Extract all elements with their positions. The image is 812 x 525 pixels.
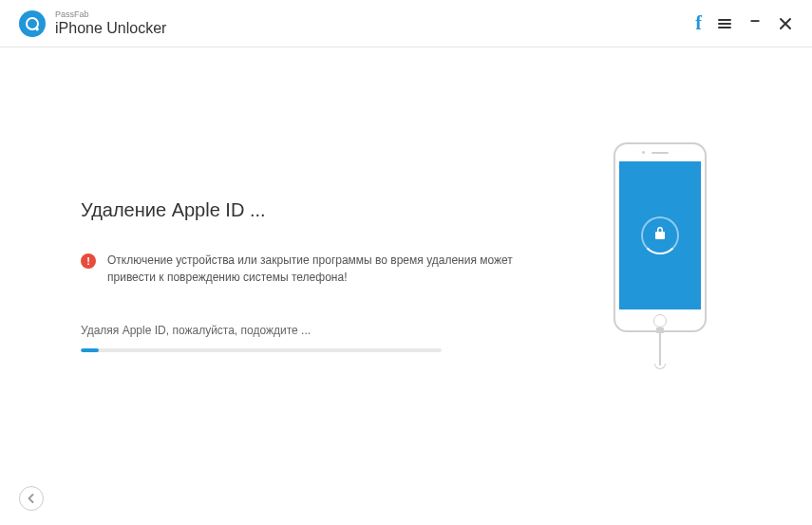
progress-label: Удаляя Apple ID, пожалуйста, подождите .…	[81, 324, 527, 337]
close-icon[interactable]	[778, 16, 793, 31]
lock-icon	[652, 226, 668, 245]
device-illustration	[565, 104, 755, 366]
cable-icon	[659, 332, 661, 366]
page-title: Удаление Apple ID ...	[81, 199, 527, 221]
warning-row: ! Отключение устройства или закрытие про…	[81, 252, 527, 286]
facebook-icon[interactable]: f	[695, 12, 702, 34]
spinner-circle	[641, 216, 679, 254]
warning-icon: !	[81, 253, 96, 269]
status-panel: Удаление Apple ID ... ! Отключение устро…	[81, 104, 527, 366]
phone-icon	[614, 142, 707, 332]
home-button-icon	[653, 314, 667, 328]
app-logo-icon	[19, 10, 46, 37]
minimize-icon[interactable]: –	[747, 16, 763, 31]
brand-text: PassFab iPhone Unlocker	[55, 10, 166, 36]
brand-company: PassFab	[55, 10, 166, 20]
window-controls: f –	[695, 12, 793, 34]
menu-icon[interactable]	[717, 16, 732, 31]
brand-product: iPhone Unlocker	[55, 20, 166, 37]
back-button[interactable]	[19, 486, 44, 511]
title-bar: PassFab iPhone Unlocker f –	[0, 0, 812, 47]
phone-screen	[619, 161, 701, 309]
main-content: Удаление Apple ID ... ! Отключение устро…	[0, 47, 812, 366]
brand-area: PassFab iPhone Unlocker	[19, 10, 166, 37]
progress-bar	[81, 348, 442, 352]
progress-fill	[81, 348, 99, 352]
warning-text: Отключение устройства или закрытие прогр…	[107, 252, 527, 286]
